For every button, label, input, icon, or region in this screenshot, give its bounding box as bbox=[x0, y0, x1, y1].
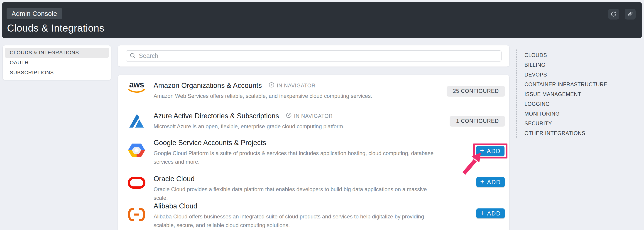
page-title: Clouds & Integrations bbox=[7, 23, 104, 34]
aws-logo-icon: aws bbox=[127, 81, 146, 94]
plus-icon: + bbox=[480, 178, 484, 185]
search-icon bbox=[129, 52, 138, 60]
app-badge: Admin Console bbox=[6, 8, 62, 19]
left-sidebar: CLOUDS & INTEGRATIONS OAUTH SUBSCRIPTION… bbox=[3, 45, 111, 80]
compass-icon bbox=[268, 82, 274, 89]
configured-button-azure[interactable]: 1 CONFIGURED bbox=[450, 116, 505, 126]
list-item-azure: Azure Active Directories & Subscriptions… bbox=[118, 111, 509, 131]
search-card bbox=[118, 45, 509, 67]
sidebar-item-subscriptions[interactable]: SUBSCRIPTIONS bbox=[5, 68, 109, 78]
list-item-google: Google Service Accounts & Projects Googl… bbox=[118, 138, 509, 166]
integration-title: Alibaba Cloud bbox=[154, 201, 197, 211]
integration-description: Amazon Web Services offers reliable, sca… bbox=[154, 92, 435, 100]
list-item-oracle: Oracle Cloud Oracle Cloud provides a fle… bbox=[118, 174, 509, 202]
vertical-divider bbox=[516, 50, 517, 138]
integration-title: Azure Active Directories & Subscriptions bbox=[154, 111, 279, 121]
search-input[interactable] bbox=[138, 52, 498, 60]
right-nav-issue-management[interactable]: ISSUE MANAGEMENT bbox=[524, 89, 607, 99]
configured-button-amazon[interactable]: 25 CONFIGURED bbox=[447, 86, 505, 96]
in-navigator-badge: IN NAVIGATOR bbox=[286, 112, 333, 120]
integration-title: Google Service Accounts & Projects bbox=[154, 138, 266, 148]
right-nav-logging[interactable]: LOGGING bbox=[524, 99, 607, 109]
right-sidebar: CLOUDS BILLING DEVOPS CONTAINER INFRASTR… bbox=[524, 50, 607, 138]
list-item-amazon: aws Amazon Organizations & Accounts IN N… bbox=[118, 81, 509, 100]
right-nav-devops[interactable]: DEVOPS bbox=[524, 70, 607, 80]
header-actions bbox=[608, 9, 636, 20]
search-box bbox=[126, 50, 502, 62]
integration-description: Microsoft Azure is an open, flexible, en… bbox=[154, 122, 435, 131]
integration-title: Amazon Organizations & Accounts bbox=[154, 81, 262, 90]
right-nav-security[interactable]: SECURITY bbox=[524, 119, 607, 128]
google-cloud-logo-icon bbox=[127, 142, 146, 159]
integration-title: Oracle Cloud bbox=[154, 174, 195, 184]
sidebar-item-clouds-integrations[interactable]: CLOUDS & INTEGRATIONS bbox=[5, 48, 109, 58]
app-header: Admin Console Clouds & Integrations bbox=[2, 2, 642, 38]
sidebar-item-oauth[interactable]: OAUTH bbox=[5, 58, 109, 68]
annotation-highlight-box: + ADD bbox=[473, 143, 508, 158]
integration-description: Oracle Cloud provides a flexible data pl… bbox=[154, 185, 435, 202]
link-icon bbox=[627, 11, 633, 17]
refresh-button[interactable] bbox=[608, 9, 619, 20]
plus-icon: + bbox=[480, 209, 484, 216]
in-navigator-badge: IN NAVIGATOR bbox=[268, 82, 316, 89]
annotation-arrow bbox=[462, 150, 483, 177]
add-button-oracle[interactable]: + ADD bbox=[476, 177, 505, 187]
link-button[interactable] bbox=[625, 9, 636, 20]
integration-description: Google Cloud Platform is a suite of prod… bbox=[154, 149, 435, 166]
right-nav-clouds[interactable]: CLOUDS bbox=[524, 50, 607, 60]
list-item-alibaba: Alibaba Cloud Alibaba Cloud offers busin… bbox=[118, 201, 509, 229]
alibaba-logo-icon bbox=[127, 207, 146, 223]
right-nav-billing[interactable]: BILLING bbox=[524, 60, 607, 70]
right-nav-monitoring[interactable]: MONITORING bbox=[524, 109, 607, 119]
oracle-logo-icon bbox=[127, 177, 146, 189]
right-nav-container-infrastructure[interactable]: CONTAINER INFRASTRUCTURE bbox=[524, 80, 607, 89]
azure-logo-icon bbox=[127, 113, 146, 129]
right-nav-other-integrations[interactable]: OTHER INTEGRATIONS bbox=[524, 128, 607, 138]
integrations-list: aws Amazon Organizations & Accounts IN N… bbox=[118, 75, 509, 230]
integration-description: Alibaba Cloud offers businesses an integ… bbox=[154, 212, 435, 229]
compass-icon bbox=[286, 112, 292, 120]
refresh-icon bbox=[610, 11, 617, 17]
add-button-alibaba[interactable]: + ADD bbox=[476, 208, 505, 218]
